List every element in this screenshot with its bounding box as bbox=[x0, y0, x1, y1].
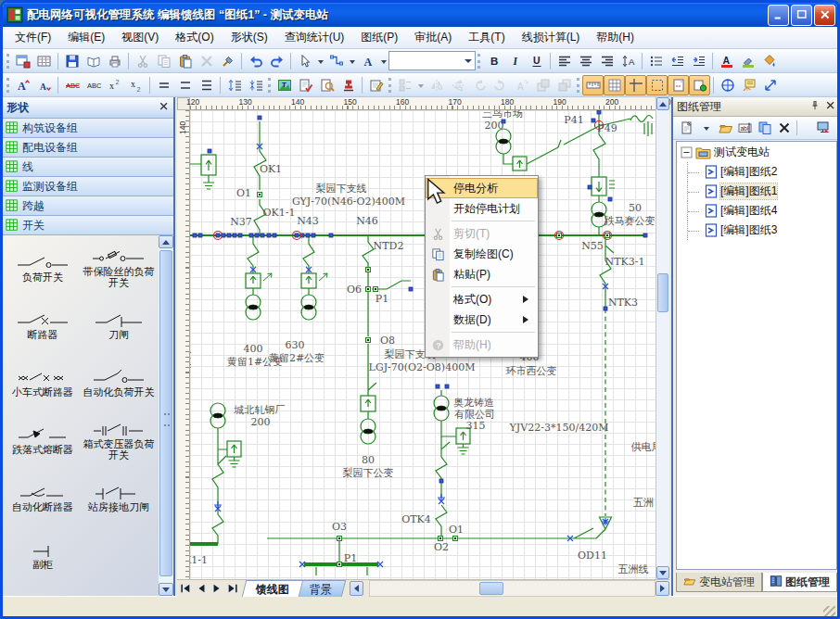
text-rotate-button[interactable]: A bbox=[511, 75, 532, 95]
title-bar[interactable]: 配电网络可视化管理系统 编辑馈线图 “图纸1” - 测试变电站 bbox=[3, 3, 837, 27]
scrollbar-thumb[interactable] bbox=[159, 250, 172, 576]
shape-category[interactable]: 跨越 bbox=[3, 196, 173, 216]
menu-item[interactable]: 查询统计(U) bbox=[276, 27, 353, 48]
scroll-left-icon[interactable] bbox=[350, 581, 363, 596]
menu-item[interactable]: 形状(S) bbox=[223, 27, 276, 48]
context-menu-item[interactable]: 格式(O) bbox=[426, 289, 538, 310]
underline-button[interactable]: U bbox=[526, 51, 547, 71]
font-color-button[interactable]: A bbox=[716, 51, 737, 71]
fill-color-button[interactable] bbox=[758, 51, 780, 71]
format-painter-button[interactable] bbox=[217, 51, 238, 71]
indent-button[interactable] bbox=[688, 51, 709, 71]
pan-tool-button[interactable] bbox=[717, 75, 738, 95]
para-space-dec-button[interactable] bbox=[245, 75, 266, 95]
previous-sheet-icon[interactable] bbox=[193, 581, 209, 596]
page-new-button[interactable] bbox=[677, 119, 696, 137]
resize-grip[interactable] bbox=[823, 606, 835, 618]
panel-tab[interactable]: 变电站管理 bbox=[676, 573, 762, 592]
drawings-panel-close-icon[interactable] bbox=[821, 100, 836, 114]
shape-item[interactable]: 断路器 bbox=[5, 297, 81, 354]
props-tool-button[interactable] bbox=[738, 75, 759, 95]
folder-open-button[interactable] bbox=[716, 119, 735, 137]
print-preview-button[interactable] bbox=[83, 51, 104, 71]
shape-item[interactable]: 小车式断路器 bbox=[5, 354, 81, 411]
shape-item[interactable]: 自动化断路器 bbox=[5, 469, 81, 526]
delete-x-button[interactable] bbox=[774, 119, 794, 137]
line-spacing-2-button[interactable] bbox=[196, 75, 217, 95]
menu-item[interactable]: 编辑(E) bbox=[59, 27, 113, 48]
menu-item[interactable]: 帮助(H) bbox=[588, 27, 643, 48]
shape-align-button[interactable] bbox=[394, 75, 415, 95]
panel-tab[interactable]: 图纸管理 bbox=[762, 573, 837, 592]
sheet-tab[interactable]: 馈线图 bbox=[242, 580, 303, 597]
context-menu-item[interactable]: ? 帮助(H) bbox=[426, 335, 538, 355]
vertical-text-button[interactable]: A bbox=[617, 51, 639, 71]
menu-item[interactable]: 线损计算(L) bbox=[514, 27, 589, 48]
save-button[interactable] bbox=[61, 51, 83, 71]
scroll-down-icon[interactable] bbox=[656, 566, 669, 579]
shape-item[interactable]: 副柜 bbox=[5, 526, 81, 584]
tree-node-drawing[interactable]: [编辑]图纸4 bbox=[677, 201, 836, 221]
collapse-icon[interactable] bbox=[681, 146, 693, 158]
line-spacing-15-button[interactable] bbox=[174, 75, 196, 95]
menu-item[interactable]: 工具(T) bbox=[460, 27, 513, 48]
context-menu-item[interactable]: 复制绘图(C) bbox=[426, 244, 538, 264]
table-tool-button[interactable] bbox=[33, 51, 55, 71]
shapes-panel-close-icon[interactable] bbox=[159, 99, 170, 116]
shape-item[interactable]: 箱式变压器负荷开关 bbox=[81, 411, 157, 469]
strike-button[interactable]: ABC bbox=[61, 75, 83, 95]
tree-node-drawing[interactable]: [编辑]图纸3 bbox=[677, 221, 836, 240]
shape-category[interactable]: 监测设备组 bbox=[3, 177, 173, 196]
caret-button[interactable] bbox=[378, 51, 388, 71]
sheet-find-button[interactable] bbox=[316, 75, 337, 95]
strike-plain-button[interactable]: ABC bbox=[83, 75, 104, 95]
sheet-check-button[interactable] bbox=[295, 75, 316, 95]
tree-node-drawing[interactable]: [编辑]图纸2 bbox=[677, 162, 836, 182]
scroll-right-icon[interactable] bbox=[655, 581, 669, 596]
bullets-button[interactable] bbox=[645, 51, 667, 71]
tree-node-drawing[interactable]: [编辑]图纸1 bbox=[677, 182, 836, 201]
connector-button[interactable] bbox=[325, 51, 347, 71]
redo-button[interactable] bbox=[266, 51, 287, 71]
paste-button[interactable] bbox=[174, 51, 196, 71]
outdent-button[interactable] bbox=[667, 51, 688, 71]
shape-category[interactable]: 配电设备组 bbox=[3, 138, 173, 158]
minimize-button[interactable] bbox=[768, 5, 789, 26]
sheet-tab[interactable]: 背景 bbox=[296, 580, 346, 597]
marquee-toggle-button[interactable] bbox=[646, 75, 668, 95]
align-center-button[interactable] bbox=[575, 51, 596, 71]
pagebreak-toggle-button[interactable] bbox=[668, 75, 689, 95]
bring-front-button[interactable] bbox=[532, 75, 554, 95]
caret-button[interactable] bbox=[415, 75, 426, 95]
rotate-l-button[interactable] bbox=[468, 75, 490, 95]
shape-item[interactable]: 站房接地刀闸 bbox=[81, 469, 157, 526]
align-right-button[interactable] bbox=[596, 51, 617, 71]
canvas-horizontal-scrollbar[interactable] bbox=[369, 580, 655, 597]
shape-item[interactable]: 跌落式熔断器 bbox=[5, 411, 81, 469]
print-button[interactable] bbox=[104, 51, 125, 71]
scrollbar-thumb[interactable] bbox=[479, 582, 503, 595]
arrows-tool-button[interactable] bbox=[759, 75, 781, 95]
style-combobox[interactable] bbox=[388, 51, 476, 70]
font-smaller-button[interactable]: A bbox=[33, 75, 55, 95]
shapes-scrollbar[interactable] bbox=[159, 235, 173, 596]
highlight-color-button[interactable] bbox=[737, 51, 758, 71]
delete-button[interactable] bbox=[196, 51, 217, 71]
scrollbar-thumb[interactable] bbox=[657, 273, 668, 312]
shape-category[interactable]: 线 bbox=[3, 158, 173, 177]
scroll-up-icon[interactable] bbox=[656, 97, 669, 110]
pages-copy-button[interactable] bbox=[755, 119, 774, 137]
menu-item[interactable]: 格式(O) bbox=[167, 27, 222, 48]
menu-item[interactable]: 视图(V) bbox=[113, 27, 167, 48]
menu-item[interactable]: 审批(A) bbox=[406, 27, 460, 48]
text-tool-button[interactable]: A bbox=[357, 51, 378, 71]
flip-h-button[interactable] bbox=[426, 75, 447, 95]
shape-item[interactable]: 负荷开关 bbox=[5, 239, 81, 297]
subscript-button[interactable]: x2 bbox=[125, 75, 146, 95]
scroll-up-icon[interactable] bbox=[159, 235, 173, 248]
shape-category[interactable]: 构筑设备组 bbox=[3, 119, 173, 138]
diagram-image-button[interactable]: T bbox=[274, 75, 295, 95]
pointer-button[interactable] bbox=[294, 51, 315, 71]
stamp-button[interactable] bbox=[337, 75, 359, 95]
shape-item[interactable]: 刀闸 bbox=[81, 297, 157, 354]
